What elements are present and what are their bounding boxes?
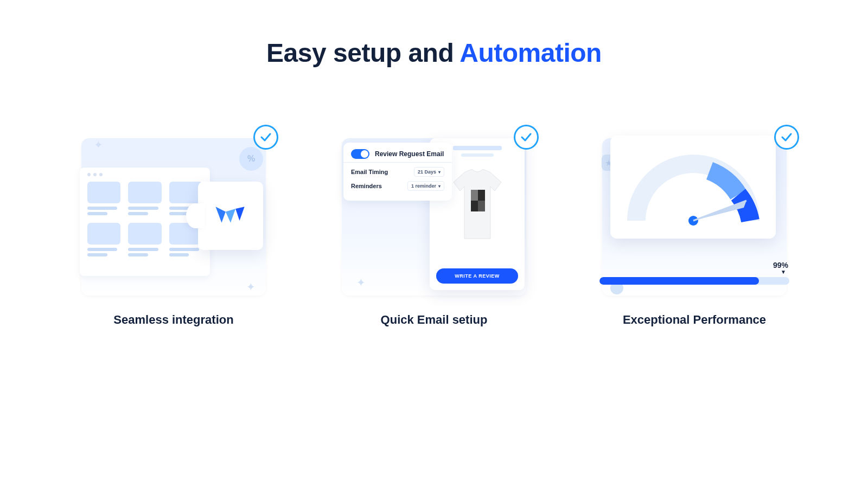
grid-cell xyxy=(128,223,161,256)
feature-performance: ★ 99% ▼ xyxy=(594,133,795,327)
timing-label: Email Timing xyxy=(351,169,388,175)
setting-row-timing: Email Timing 21 Days xyxy=(351,167,444,177)
percent-icon: % xyxy=(239,147,263,171)
headline-accent: Automation xyxy=(459,38,602,67)
window-dots xyxy=(87,173,202,176)
email-caption: Quick Email setiup xyxy=(381,313,488,327)
star-icon: ✦ xyxy=(94,138,103,151)
progress-track xyxy=(599,277,789,285)
star-icon: ✦ xyxy=(246,280,256,293)
brand-logo-icon xyxy=(215,203,246,229)
headline-prefix: Easy setup and xyxy=(266,38,459,67)
checkmark-icon xyxy=(774,125,799,150)
email-settings-panel: Review Reguest Email Email Timing 21 Day… xyxy=(343,143,452,201)
email-illustration: ✦ Review Reguest Email Email Timing 21 D… xyxy=(334,133,534,301)
review-request-toggle[interactable] xyxy=(351,149,369,159)
progress-fill xyxy=(599,277,759,285)
checkmark-icon xyxy=(514,125,539,150)
integration-caption: Seamless integration xyxy=(113,313,233,327)
performance-caption: Exceptional Performance xyxy=(623,313,766,327)
gauge-icon xyxy=(626,145,761,229)
divider xyxy=(343,162,452,163)
star-icon: ✦ xyxy=(356,276,366,289)
grid-cell xyxy=(128,182,161,215)
write-review-button[interactable]: WRITE A REVIEW xyxy=(436,268,518,284)
toggle-label: Review Reguest Email xyxy=(375,150,444,158)
progress-percent-label: 99% xyxy=(599,261,788,269)
checkmark-icon xyxy=(253,125,278,150)
integration-illustration: ✦ ✦ % xyxy=(73,133,274,301)
toggle-row: Review Reguest Email xyxy=(351,149,444,159)
svg-rect-1 xyxy=(471,190,478,201)
feature-integration: ✦ ✦ % xyxy=(73,133,274,327)
page-root: Easy setup and Automation ✦ ✦ % xyxy=(0,0,868,327)
reminders-label: Reminders xyxy=(351,183,382,189)
product-grid xyxy=(87,182,202,256)
integration-plugin-card xyxy=(198,182,263,250)
reminders-select[interactable]: 1 reminder xyxy=(407,181,444,191)
placeholder-line xyxy=(461,153,494,157)
caret-down-icon: ▼ xyxy=(599,269,786,275)
feature-email: ✦ Review Reguest Email Email Timing 21 D… xyxy=(334,133,534,327)
progress-wrap: 99% ▼ xyxy=(599,261,789,280)
grid-cell xyxy=(87,223,120,256)
placeholder-line xyxy=(453,146,502,150)
performance-illustration: ★ 99% ▼ xyxy=(594,133,795,301)
timing-select[interactable]: 21 Days xyxy=(414,167,444,177)
grid-cell xyxy=(87,182,120,215)
features-row: ✦ ✦ % xyxy=(0,133,868,327)
setting-row-reminders: Reminders 1 reminder xyxy=(351,181,444,191)
page-headline: Easy setup and Automation xyxy=(0,38,868,68)
puzzle-tab xyxy=(186,203,205,228)
gauge-panel xyxy=(610,136,776,239)
svg-rect-2 xyxy=(478,201,485,211)
product-image-icon xyxy=(442,164,513,246)
